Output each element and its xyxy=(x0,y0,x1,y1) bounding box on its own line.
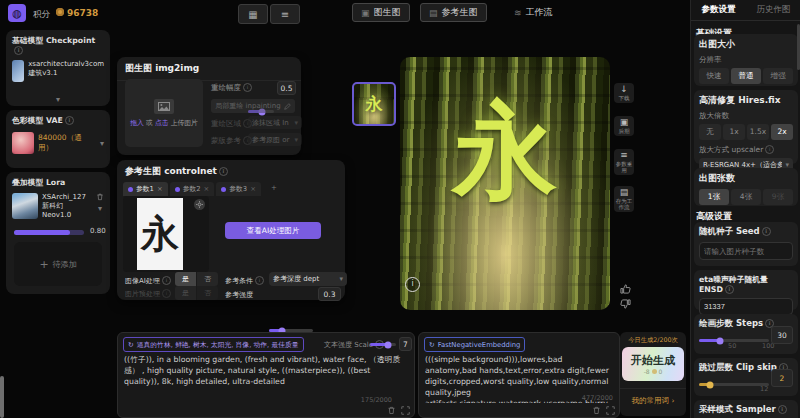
info-icon[interactable]: i xyxy=(14,46,23,55)
seed-input[interactable] xyxy=(699,242,793,260)
close-icon[interactable]: × xyxy=(250,185,256,193)
postprocess-label: 后期 xyxy=(619,128,630,134)
info-icon[interactable]: i xyxy=(219,167,228,176)
vae-chevron-icon[interactable]: ▾ xyxy=(100,139,104,148)
grid-view-icon[interactable]: ▦ xyxy=(238,4,268,24)
favorites-link[interactable]: 我的常用词 › xyxy=(620,396,686,406)
close-icon[interactable]: × xyxy=(157,185,163,193)
lora-model-name[interactable]: XSArchi_127新科幻Neov1.0 xyxy=(42,193,92,220)
steps-value[interactable]: 30 xyxy=(771,326,793,344)
count-4[interactable]: 4张 xyxy=(731,189,761,205)
count-1[interactable]: 1张 xyxy=(699,189,729,205)
clip-skip-slider[interactable] xyxy=(699,383,769,386)
seed-title-text: 随机种子 Seed xyxy=(699,226,760,236)
upscale-15x[interactable]: 1.5x xyxy=(747,124,769,140)
page-scrollbar[interactable] xyxy=(0,376,4,418)
inpaint-area-label: 重绘区域i xyxy=(211,119,252,129)
vae-thumbnail[interactable] xyxy=(12,132,34,154)
controlnet-tab-1[interactable]: 参数1 × xyxy=(123,182,168,196)
upload-click-link[interactable]: 点击 xyxy=(155,119,169,127)
upscale-2x[interactable]: 2x xyxy=(771,124,793,140)
upload-drag-link[interactable]: 拖入 xyxy=(130,119,144,127)
ensd-input[interactable] xyxy=(699,298,793,315)
info-icon[interactable]: i xyxy=(778,405,787,414)
negative-clear-button[interactable] xyxy=(592,406,601,415)
negative-expand-button[interactable] xyxy=(606,406,615,415)
tab-parameter-settings[interactable]: 参数设置 xyxy=(691,4,746,16)
controlnet-reference-image[interactable]: 永 xyxy=(137,198,183,270)
inpaint-area-select[interactable]: 涂抹区域 In ▾ xyxy=(248,116,302,129)
controlnet-add-tab-button[interactable]: + xyxy=(263,182,285,196)
tab-img2img[interactable]: ▣ 图生图 xyxy=(352,3,410,22)
close-icon[interactable]: × xyxy=(204,185,210,193)
lora-chevron-icon[interactable]: ▾ xyxy=(98,204,102,213)
result-thumbnail[interactable]: 永 xyxy=(352,82,396,126)
preprocess-toggle[interactable]: 是 否 xyxy=(175,286,218,300)
ref-condition-select[interactable]: 参考深度 dept ▾ xyxy=(269,272,347,286)
save-workflow-button[interactable]: ▤ 存为工作流 xyxy=(614,186,634,212)
resolution-fast[interactable]: 快速 xyxy=(699,68,729,84)
controlnet-tab-2[interactable]: 参数2 × xyxy=(170,182,215,196)
controlnet-tab-3[interactable]: 参数3 × xyxy=(216,182,261,196)
cfg-scale-value[interactable]: 7 xyxy=(399,337,412,351)
toggle-yes[interactable]: 是 xyxy=(175,286,196,300)
trash-icon[interactable] xyxy=(96,193,104,201)
toggle-yes[interactable]: 是 xyxy=(175,272,196,286)
toggle-no[interactable]: 否 xyxy=(197,272,218,286)
view-ai-processed-button[interactable]: 查看AI处理图片 xyxy=(225,222,321,239)
toggle-no[interactable]: 否 xyxy=(197,286,218,300)
upscale-none[interactable]: 无 xyxy=(699,124,721,140)
resolution-normal[interactable]: 普通 xyxy=(731,68,761,84)
upscale-1x[interactable]: 1x xyxy=(723,124,745,140)
info-icon[interactable]: i xyxy=(762,227,771,236)
reference-settings-icon[interactable] xyxy=(194,199,205,210)
lora-thumbnail[interactable] xyxy=(12,193,38,219)
lora-add-button[interactable]: + 待添加 xyxy=(14,242,102,286)
info-icon[interactable]: i xyxy=(725,285,734,294)
positive-prompt-text[interactable]: ((竹子)), in a blooming garden, (fresh and… xyxy=(124,355,408,399)
info-icon[interactable]: i xyxy=(765,145,774,154)
inpaint-button[interactable]: 局部重绘 inpainting xyxy=(211,99,295,113)
clip-skip-value[interactable]: 2 xyxy=(771,369,793,387)
lora-weight-fill xyxy=(14,230,70,235)
ai-process-toggle[interactable]: 是 否 xyxy=(175,272,218,286)
refresh-icon[interactable]: ↻ xyxy=(429,341,435,349)
info-icon[interactable]: i xyxy=(162,276,171,285)
img2img-upload-dropzone[interactable]: 拖入 或 点击 上传图片 xyxy=(125,79,203,147)
ref-strength-value[interactable]: 0.3 xyxy=(318,287,341,301)
refresh-icon[interactable]: ↻ xyxy=(128,341,134,349)
checkpoint-thumbnail[interactable] xyxy=(12,60,24,82)
coin-icon xyxy=(652,369,657,374)
count-9[interactable]: 9张 xyxy=(763,189,793,205)
mask-ref-select[interactable]: 参考原图 or ▾ xyxy=(248,133,302,146)
positive-prompt-chip[interactable]: ↻ 逼真的竹林, 鲜艳, 树木, 太阳光, 肖像, 动作, 最佳质量 xyxy=(123,337,304,352)
lora-weight-slider[interactable] xyxy=(14,230,84,235)
resolution-enhanced[interactable]: 增强 xyxy=(763,68,793,84)
cfg-scale-slider[interactable] xyxy=(370,343,396,346)
denoise-value[interactable]: 0.5 xyxy=(277,81,296,95)
img2img-panel: 图生图 img2img 拖入 或 点击 上传图片 重绘幅度i 0.5 局部重绘 … xyxy=(117,57,301,155)
thumbs-up-button[interactable] xyxy=(620,283,631,294)
postprocess-button[interactable]: ▣ 后期 xyxy=(614,116,634,136)
generate-button[interactable]: 开始生成 -8 0 xyxy=(622,347,684,381)
app-logo-icon[interactable]: ◍ xyxy=(8,4,26,22)
generated-image[interactable]: 永 i xyxy=(400,57,610,310)
negative-prompt-chip[interactable]: ↻ FastNegativeEmbedding xyxy=(424,337,525,352)
tab-reference[interactable]: ▤ 参考生图 xyxy=(420,3,487,22)
checkpoint-model-name[interactable]: xsarchitecturalv3com建筑v3.1 xyxy=(28,60,104,82)
info-icon[interactable]: i xyxy=(243,83,252,92)
positive-clear-button[interactable] xyxy=(387,406,396,415)
tab-workflow[interactable]: ≋ 工作流 xyxy=(514,6,553,19)
info-icon[interactable]: i xyxy=(255,276,264,285)
list-view-icon[interactable]: ≡ xyxy=(270,4,300,24)
reuse-params-button[interactable]: ≡ 参数重用 xyxy=(614,149,634,175)
image-info-icon[interactable]: i xyxy=(405,277,420,292)
info-icon[interactable]: i xyxy=(65,116,74,125)
inpaint-button-label: 局部重绘 inpainting xyxy=(215,101,280,111)
vae-model-name[interactable]: 840000（通用） xyxy=(38,133,96,153)
checkpoint-collapse-chevron-icon[interactable]: ▾ xyxy=(6,95,110,104)
thumbs-down-button[interactable] xyxy=(620,299,631,310)
positive-expand-button[interactable] xyxy=(401,406,410,415)
tab-history[interactable]: 历史作图 xyxy=(746,4,800,16)
download-button[interactable]: ↓ 下载 xyxy=(614,83,634,103)
